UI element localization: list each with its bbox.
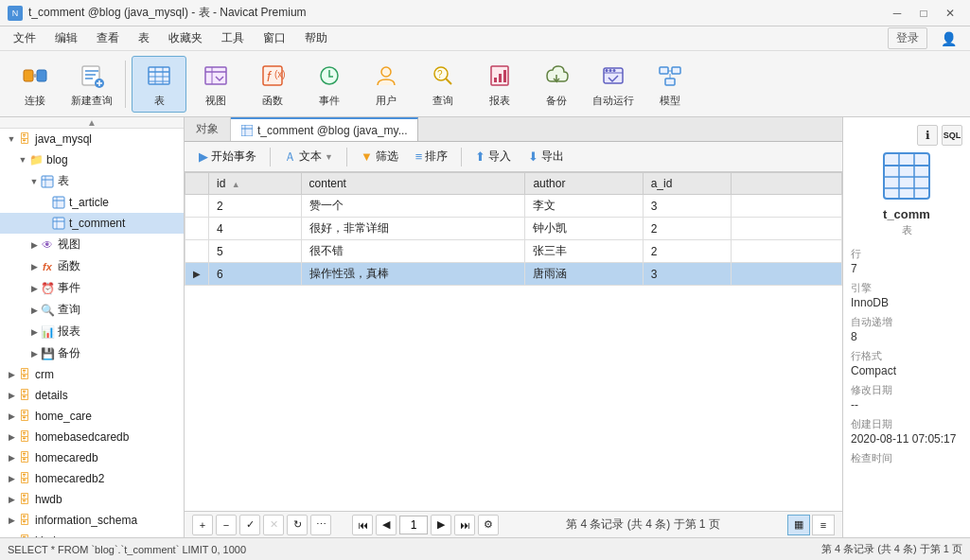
cell-content: 很好，非常详细 (301, 218, 525, 240)
menu-file[interactable]: 文件 (4, 27, 45, 49)
sidebar-item-hwdb[interactable]: ▶ 🗄 hwdb (0, 489, 184, 510)
toolbar-function[interactable]: f (x) 函数 (245, 56, 300, 113)
sidebar-item-t-comment[interactable]: t_comment (0, 213, 184, 234)
menu-edit[interactable]: 编辑 (45, 27, 87, 49)
close-button[interactable]: ✕ (938, 3, 962, 24)
user-icon[interactable]: 👤 (931, 28, 966, 49)
col-id[interactable]: id ▲ (209, 173, 302, 195)
toolbar-backup[interactable]: 备份 (529, 56, 584, 113)
col-a-id[interactable]: a_id (643, 173, 731, 195)
text-btn[interactable]: Ａ 文本 ▼ (277, 146, 340, 168)
sidebar-item-details[interactable]: ▶ 🗄 details (0, 385, 184, 406)
toolbar-query[interactable]: ? 查询 (415, 56, 470, 113)
sidebar-item-khgl[interactable]: ▶ 🗄 khgl (0, 531, 184, 537)
page-prev-btn[interactable]: ◀ (376, 515, 397, 535)
import-btn[interactable]: ⬆ 导入 (468, 146, 518, 167)
menu-favorites[interactable]: 收藏夹 (159, 27, 212, 49)
expand-arrow: ▶ (6, 431, 17, 443)
tab-table[interactable]: t_comment @blog (java_my... (231, 117, 418, 141)
sidebar-item-crm[interactable]: ▶ 🗄 crm (0, 364, 184, 385)
toolbar-table[interactable]: 表 (132, 56, 186, 113)
page-remove-btn[interactable]: − (216, 515, 237, 535)
sort-icon: ≡ (415, 149, 423, 164)
menu-help[interactable]: 帮助 (295, 27, 337, 49)
sidebar-item-views[interactable]: ▶ 👁 视图 (0, 234, 184, 255)
toolbar-autorun[interactable]: 自动运行 (586, 56, 641, 113)
db-icon: 🗄 (17, 492, 32, 507)
page-config-btn[interactable]: ⚙ (478, 515, 499, 535)
toolbar-view[interactable]: 视图 (188, 56, 243, 113)
view-icon (201, 61, 231, 91)
rp-info-btn[interactable]: ℹ (917, 125, 938, 146)
sidebar-item-information-schema[interactable]: ▶ 🗄 information_schema (0, 510, 184, 531)
toolbar-connect[interactable]: 连接 (8, 56, 62, 113)
menu-table[interactable]: 表 (129, 27, 159, 49)
table-row[interactable]: ▶6操作性强，真棒唐雨涵3 (185, 263, 842, 286)
sidebar-item-homecaredb2[interactable]: ▶ 🗄 homecaredb2 (0, 468, 184, 489)
pagination-status: 第 4 条记录 (共 4 条) 于第 1 页 (566, 516, 720, 533)
menu-window[interactable]: 窗口 (254, 27, 295, 49)
maximize-button[interactable]: □ (911, 3, 936, 24)
sidebar-item-functions[interactable]: ▶ fx 函数 (0, 255, 184, 277)
filter-btn[interactable]: ▼ 筛选 (354, 146, 405, 167)
table-row[interactable]: 2赞一个李文3 (185, 195, 842, 218)
rp-sql-btn[interactable]: SQL (942, 125, 962, 146)
page-input[interactable] (399, 516, 428, 534)
page-check-btn[interactable]: ✓ (239, 515, 260, 535)
start-transaction-btn[interactable]: ▶ 开始事务 (192, 146, 263, 167)
query-icon: 🔍 (40, 303, 55, 318)
toolbar-report[interactable]: 报表 (472, 56, 527, 113)
col-content[interactable]: content (301, 173, 525, 195)
sidebar-label: 备份 (58, 345, 80, 361)
page-next-btn[interactable]: ▶ (431, 515, 451, 535)
page-last-btn[interactable]: ⏭ (454, 515, 475, 535)
sidebar-item-queries[interactable]: ▶ 🔍 查询 (0, 299, 184, 321)
sidebar-item-home-care[interactable]: ▶ 🗄 home_care (0, 406, 184, 427)
col-author[interactable]: author (525, 173, 643, 195)
tab-table-icon (240, 124, 254, 137)
backup-icon (541, 61, 572, 91)
sort-btn[interactable]: ≡ 排序 (409, 146, 455, 167)
sidebar-item-blog[interactable]: ▼ 📁 blog (0, 149, 184, 170)
sidebar-item-events[interactable]: ▶ ⏰ 事件 (0, 277, 184, 299)
sidebar-item-tables[interactable]: ▼ 表 (0, 170, 184, 192)
view-grid-btn[interactable]: ▦ (787, 515, 810, 535)
titlebar-title: t_comment @blog (java_mysql) - 表 - Navic… (28, 5, 307, 21)
page-x-btn[interactable]: ✕ (263, 515, 284, 535)
table-row[interactable]: 5很不错张三丰2 (185, 240, 842, 263)
page-settings-btn[interactable]: ⋯ (310, 515, 331, 535)
toolbar-autorun-label: 自动运行 (592, 94, 634, 108)
sidebar-scroll-up[interactable]: ▲ (0, 117, 184, 129)
page-add-btn[interactable]: + (192, 515, 213, 535)
table-row[interactable]: 4很好，非常详细钟小凯2 (185, 218, 842, 240)
sidebar-item-reports[interactable]: ▶ 📊 报表 (0, 321, 184, 342)
svg-point-35 (609, 69, 612, 72)
view-list-btn[interactable]: ≡ (812, 515, 835, 535)
rp-format-value: Compact (851, 364, 962, 377)
rp-section-engine: 引擎 InnoDB (851, 281, 962, 309)
sidebar-item-t-article[interactable]: t_article (0, 192, 184, 213)
page-first-btn[interactable]: ⏮ (352, 515, 373, 535)
menu-tools[interactable]: 工具 (212, 27, 254, 49)
sidebar-item-backups[interactable]: ▶ 💾 备份 (0, 342, 184, 364)
tab-object[interactable]: 对象 (185, 117, 231, 141)
titlebar-left: N t_comment @blog (java_mysql) - 表 - Nav… (8, 5, 307, 21)
toolbar-new-query[interactable]: 新建查询 (64, 56, 119, 113)
sidebar-item-java-mysql[interactable]: ▼ 🗄 java_mysql (0, 129, 184, 149)
sidebar-item-homecaredb[interactable]: ▶ 🗄 homecaredb (0, 447, 184, 468)
page-refresh-btn[interactable]: ↻ (287, 515, 308, 535)
minimize-button[interactable]: ─ (885, 3, 909, 24)
toolbar-user[interactable]: 用户 (359, 56, 414, 113)
cell-id: 6 (209, 263, 302, 286)
expand-arrow: ▶ (6, 369, 17, 380)
toolbar-model[interactable]: 模型 (643, 56, 697, 113)
menu-view[interactable]: 查看 (87, 27, 129, 49)
text-dropdown-icon: ▼ (325, 152, 333, 162)
login-button[interactable]: 登录 (888, 27, 927, 49)
user-icon (371, 61, 401, 91)
export-btn[interactable]: ⬇ 导出 (521, 146, 571, 167)
toolbar-event[interactable]: 事件 (302, 56, 357, 113)
function-icon: f (x) (257, 61, 288, 91)
sidebar-item-homebasedcaredb[interactable]: ▶ 🗄 homebasedcaredb (0, 427, 184, 447)
titlebar-controls[interactable]: ─ □ ✕ (885, 3, 962, 24)
